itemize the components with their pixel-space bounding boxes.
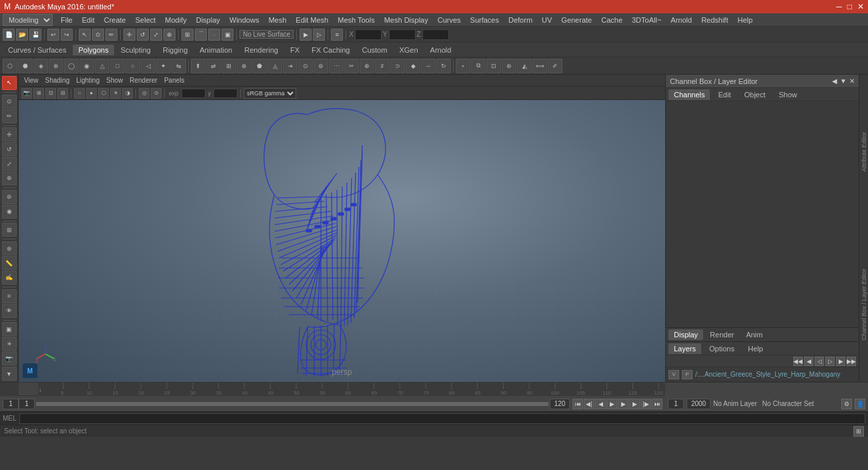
right-panel-header-controls[interactable]: ◀ ▼ ✕ bbox=[832, 77, 855, 85]
vp-exposure-input[interactable]: 0.00 bbox=[181, 89, 205, 98]
sculpt-tool[interactable]: ◉ bbox=[2, 205, 17, 219]
tab-polygons[interactable]: Polygons bbox=[73, 45, 113, 55]
paint-btn[interactable]: ✏ bbox=[105, 29, 117, 41]
smooth-icon[interactable]: ◯ bbox=[64, 59, 79, 73]
vp-texture-icon[interactable]: ⬡ bbox=[98, 88, 109, 99]
lasso-select-tool[interactable]: ⊙ bbox=[2, 95, 17, 109]
rp-minimize-btn[interactable]: ◀ bbox=[832, 77, 837, 85]
start-frame-input[interactable]: 1 bbox=[19, 399, 35, 409]
tab-rendering[interactable]: Rendering bbox=[239, 45, 284, 55]
connect-icon[interactable]: ⊕ bbox=[360, 59, 374, 73]
tab-object[interactable]: Object bbox=[739, 89, 771, 100]
soft-mod-tool[interactable]: ⊚ bbox=[2, 190, 17, 204]
tab-layers[interactable]: Layers bbox=[669, 343, 701, 354]
pb-play-forward[interactable]: ▶ bbox=[618, 399, 628, 409]
hide-show-tool[interactable]: 👁 bbox=[2, 304, 17, 318]
maximize-button[interactable]: □ bbox=[847, 2, 852, 11]
append-icon[interactable]: ⊞ bbox=[222, 59, 236, 73]
show-manip-tool[interactable]: ⊞ bbox=[2, 223, 17, 237]
redo-btn[interactable]: ↪ bbox=[61, 29, 73, 41]
tab-display[interactable]: Display bbox=[669, 329, 703, 340]
menu-edit-mesh[interactable]: Edit Mesh bbox=[292, 15, 332, 25]
offset-edge-icon[interactable]: ⊚ bbox=[314, 59, 328, 73]
light-tool[interactable]: ☀ bbox=[2, 337, 17, 351]
project-icon[interactable]: ⊗ bbox=[237, 59, 252, 73]
bevel-icon[interactable]: ⬟ bbox=[252, 59, 267, 73]
vp-xray-icon[interactable]: ◎ bbox=[139, 88, 149, 99]
z-coord-input[interactable] bbox=[422, 29, 449, 40]
ipr-btn[interactable]: ▷ bbox=[313, 29, 325, 41]
vp-lighting-menu[interactable]: Lighting bbox=[73, 76, 102, 85]
snap-grid-btn[interactable]: ⊞ bbox=[181, 29, 193, 41]
layer-arrow-first[interactable]: ◀◀ bbox=[793, 357, 803, 366]
menu-mesh[interactable]: Mesh bbox=[264, 15, 290, 25]
wedge-icon[interactable]: ◬ bbox=[268, 59, 282, 73]
display-layer-tool[interactable]: ≡ bbox=[2, 289, 17, 303]
extract-icon[interactable]: ◈ bbox=[33, 59, 48, 73]
transform-icon[interactable]: ⊡ bbox=[486, 59, 501, 73]
sculpt-icon[interactable]: ✐ bbox=[548, 59, 562, 73]
quadrangulate-icon[interactable]: □ bbox=[110, 59, 125, 73]
separate-icon[interactable]: ⬢ bbox=[18, 59, 33, 73]
spin-icon[interactable]: ↻ bbox=[436, 59, 451, 73]
render-region[interactable]: ▣ bbox=[2, 322, 17, 336]
status-expand-btn[interactable]: ⊞ bbox=[853, 426, 864, 437]
menu-select[interactable]: Select bbox=[131, 15, 160, 25]
pb-go-start[interactable]: ⏮ bbox=[572, 399, 583, 409]
vp-gamma-input[interactable]: 1.00 bbox=[213, 89, 238, 98]
menu-curves[interactable]: Curves bbox=[434, 15, 465, 25]
split-icon[interactable]: ✂ bbox=[344, 59, 359, 73]
menu-redshift[interactable]: Redshift bbox=[697, 15, 732, 25]
snap-point-btn[interactable]: · bbox=[208, 29, 220, 41]
chamfer-icon[interactable]: ◭ bbox=[517, 59, 532, 73]
layer-arrow-prev-item[interactable]: ◁ bbox=[815, 357, 824, 366]
pb-go-end[interactable]: ⏭ bbox=[652, 399, 663, 409]
snap-view-btn[interactable]: ▣ bbox=[222, 29, 234, 41]
vp-colorspace-select[interactable]: sRGB gamma bbox=[244, 88, 296, 99]
fill-hole-icon[interactable]: ○ bbox=[125, 59, 140, 73]
annotation-tool[interactable]: ✍ bbox=[2, 271, 17, 285]
vp-mode1-icon[interactable]: ⊞ bbox=[33, 88, 44, 99]
x-coord-input[interactable] bbox=[355, 29, 382, 40]
scale-btn[interactable]: ⤢ bbox=[150, 29, 162, 41]
close-button[interactable]: ✕ bbox=[857, 2, 864, 11]
menu-uv[interactable]: UV bbox=[538, 15, 556, 25]
rp-close-btn[interactable]: ✕ bbox=[849, 77, 855, 85]
menu-surfaces[interactable]: Surfaces bbox=[466, 15, 503, 25]
pb-prev-frame[interactable]: ◀ bbox=[595, 399, 606, 409]
command-input[interactable] bbox=[19, 413, 865, 424]
detach-icon[interactable]: ≠ bbox=[375, 59, 390, 73]
vp-wire-icon[interactable]: ○ bbox=[74, 88, 85, 99]
menu-deform[interactable]: Deform bbox=[504, 15, 536, 25]
collapse-icon[interactable]: ◆ bbox=[406, 59, 420, 73]
layer-arrow-prev[interactable]: ◀ bbox=[804, 357, 813, 366]
cleanup-icon[interactable]: ✦ bbox=[156, 59, 171, 73]
workspace-selector[interactable]: Modeling bbox=[3, 14, 53, 26]
vp-solid-icon[interactable]: ● bbox=[86, 88, 97, 99]
flip-icon[interactable]: ↔ bbox=[421, 59, 436, 73]
reduce-icon[interactable]: ◁ bbox=[141, 59, 155, 73]
layer-p-btn[interactable]: P bbox=[682, 370, 693, 379]
menu-help[interactable]: Help bbox=[733, 15, 757, 25]
bridge-icon[interactable]: ⇌ bbox=[206, 59, 221, 73]
viewport-canvas[interactable]: persp X Y Z M bbox=[19, 100, 665, 382]
select-tool-btn[interactable]: ↖ bbox=[79, 29, 91, 41]
pb-play-back[interactable]: ▶ bbox=[606, 399, 617, 409]
tab-custom[interactable]: Custom bbox=[357, 45, 393, 55]
menu-mesh-display[interactable]: Mesh Display bbox=[380, 15, 432, 25]
timeline-ruler[interactable]: 1 5 10 15 20 25 30 35 40 45 50 55 60 bbox=[37, 383, 665, 396]
end-frame-input[interactable]: 120 bbox=[550, 399, 570, 409]
display-layer-btn[interactable]: ≡ bbox=[331, 29, 343, 41]
universal-tool[interactable]: ⊕ bbox=[2, 171, 17, 185]
rotate-btn[interactable]: ↺ bbox=[137, 29, 149, 41]
tab-sculpting[interactable]: Sculpting bbox=[115, 45, 156, 55]
menu-3dtoall[interactable]: 3DToAll~ bbox=[628, 15, 665, 25]
duplicate-icon[interactable]: ⧉ bbox=[471, 59, 486, 73]
vp-mode3-icon[interactable]: ⊟ bbox=[57, 88, 68, 99]
vp-mode2-icon[interactable]: ⊡ bbox=[45, 88, 56, 99]
move-btn[interactable]: ✛ bbox=[123, 29, 135, 41]
menu-cache[interactable]: Cache bbox=[597, 15, 626, 25]
save-file-btn[interactable]: 💾 bbox=[29, 29, 41, 41]
vp-shadow-icon[interactable]: ◑ bbox=[122, 88, 133, 99]
average-icon[interactable]: ◉ bbox=[79, 59, 94, 73]
